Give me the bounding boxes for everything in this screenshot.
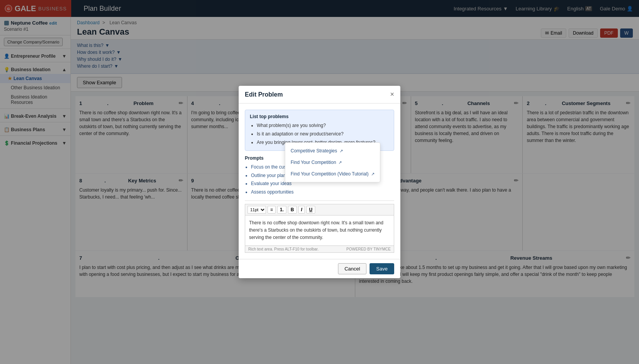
modal-header: Edit Problem × xyxy=(239,86,400,104)
dropdown-label-3: Find Your Competition (Video Tutorial) xyxy=(291,171,369,177)
editor-hint: Rich text area. Press ALT-F10 for toolba… xyxy=(248,247,319,251)
modal-divider xyxy=(245,200,394,201)
underline-button[interactable]: U xyxy=(306,206,315,214)
dropdown-item-competitive[interactable]: Competitive Strategies ↗ xyxy=(285,145,380,157)
editor-footer: Rich text area. Press ALT-F10 for toolba… xyxy=(245,246,394,253)
prompt-assess[interactable]: Assess opportunities xyxy=(251,188,318,197)
editor-powered: POWERED BY TINYMCE xyxy=(346,247,391,251)
external-link-icon-3: ↗ xyxy=(371,172,375,177)
unordered-list-button[interactable]: ≡ xyxy=(268,206,276,214)
editor-content-area[interactable]: There is no coffee shop downtown right n… xyxy=(245,215,394,246)
modal-close-button[interactable]: × xyxy=(390,90,394,99)
external-link-icon-2: ↗ xyxy=(338,160,342,165)
editor-text: There is no coffee shop downtown right n… xyxy=(249,220,383,240)
hint-item-1: What problem(s) are you solving? xyxy=(257,122,389,130)
cancel-button[interactable]: Cancel xyxy=(338,263,366,274)
bold-button[interactable]: B xyxy=(288,206,297,214)
modal-footer: Cancel Save xyxy=(239,259,400,278)
italic-button[interactable]: I xyxy=(298,206,305,214)
dropdown-label-1: Competitive Strategies xyxy=(291,148,337,154)
ordered-list-button[interactable]: 1. xyxy=(277,206,286,214)
modal-hint-title: List top problems xyxy=(250,114,389,119)
competition-dropdown: Competitive Strategies ↗ Find Your Compe… xyxy=(285,142,380,182)
dropdown-item-find[interactable]: Find Your Competition ↗ xyxy=(285,157,380,168)
save-button[interactable]: Save xyxy=(370,263,394,274)
external-link-icon-1: ↗ xyxy=(340,149,343,154)
editor-toolbar: 11pt ≡ 1. B I U xyxy=(245,204,394,215)
dropdown-item-video[interactable]: Find Your Competition (Video Tutorial) ↗ xyxy=(285,168,380,180)
font-size-select[interactable]: 11pt xyxy=(248,206,266,214)
hint-item-2: Is it an adaptation or new product/servi… xyxy=(257,130,389,139)
dropdown-label-2: Find Your Competition xyxy=(291,160,336,165)
modal-title: Edit Problem xyxy=(245,91,283,98)
